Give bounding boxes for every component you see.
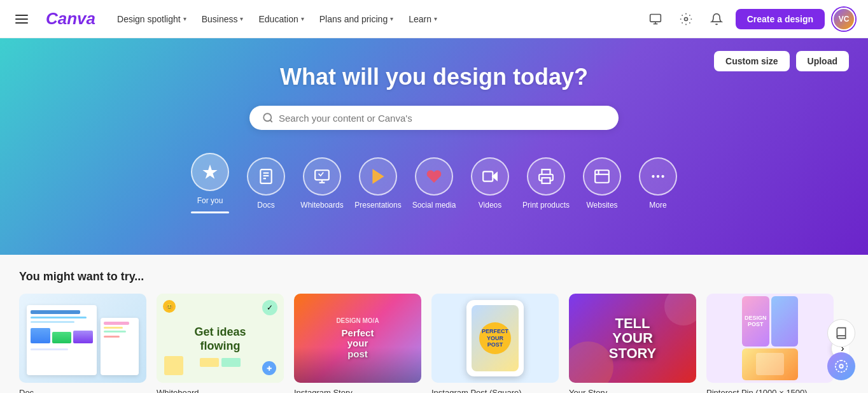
card-ig-story-thumb: DESIGN MO/A Perfectyourpost xyxy=(294,294,421,383)
hamburger-menu[interactable] xyxy=(13,12,31,26)
custom-size-button[interactable]: Custom size xyxy=(714,51,789,71)
docs-icon xyxy=(247,157,285,196)
hero-section: Custom size Upload What will you design … xyxy=(0,38,868,255)
suggestions-section: You might want to try... xyxy=(0,255,868,393)
avatar[interactable]: VC xyxy=(832,8,855,31)
search-input[interactable] xyxy=(279,113,606,124)
svg-rect-17 xyxy=(542,178,550,183)
category-print-products[interactable]: Print products xyxy=(521,157,571,210)
navbar-right: Create a design VC xyxy=(644,8,855,31)
svg-point-4 xyxy=(263,113,271,121)
svg-point-24 xyxy=(839,364,843,368)
whiteboards-label: Whiteboards xyxy=(300,201,343,210)
category-social-media[interactable]: Social media xyxy=(409,157,459,210)
card-instagram-post[interactable]: PERFECTYOUR POST Instagram Post (Square) xyxy=(431,294,559,393)
card-pinterest-label: Pinterest Pin (1000 × 1500) xyxy=(706,388,834,393)
card-doc-label: Doc xyxy=(19,388,146,393)
more-icon xyxy=(639,157,677,196)
cards-row: Doc 😊 ✓ Get ideasflowing ✚ xyxy=(19,294,849,393)
category-for-you[interactable]: For you xyxy=(185,153,235,213)
card-whiteboard-label: Whiteboard xyxy=(157,388,284,393)
card-whiteboard[interactable]: 😊 ✓ Get ideasflowing ✚ Whiteboard xyxy=(157,294,284,393)
card-doc[interactable]: Doc xyxy=(19,294,146,393)
svg-rect-0 xyxy=(650,14,661,22)
for-you-label: For you xyxy=(197,196,223,205)
card-pinterest-thumb: DESIGNPOST xyxy=(706,294,834,383)
settings-icon-button[interactable] xyxy=(675,8,697,31)
svg-marker-14 xyxy=(373,170,382,183)
social-media-label: Social media xyxy=(412,201,456,210)
chevron-down-icon: ▾ xyxy=(240,15,243,22)
search-icon xyxy=(262,112,274,124)
chevron-down-icon: ▾ xyxy=(390,15,393,22)
navbar-left: Canva Design spotlight ▾ Business ▾ Educ… xyxy=(13,9,444,29)
hero-title: What will you design today? xyxy=(280,64,588,90)
chevron-down-icon: ▾ xyxy=(183,15,186,22)
websites-icon xyxy=(583,157,621,196)
card-your-story[interactable]: TELLYOURSTORY Your Story xyxy=(569,294,696,393)
card-pinterest-pin[interactable]: DESIGNPOST Pinterest Pin (1000 × 1500) xyxy=(706,294,834,393)
hero-actions: Custom size Upload xyxy=(714,51,849,71)
docs-label: Docs xyxy=(257,201,274,210)
svg-point-22 xyxy=(657,175,659,177)
nav-education[interactable]: Education ▾ xyxy=(252,10,310,28)
svg-point-21 xyxy=(652,175,654,177)
nav-learn[interactable]: Learn ▾ xyxy=(402,10,444,28)
category-row: For you Docs Whiteboards xyxy=(185,153,683,224)
navbar: Canva Design spotlight ▾ Business ▾ Educ… xyxy=(0,0,868,38)
chevron-down-icon: ▾ xyxy=(434,15,437,22)
social-media-icon xyxy=(415,157,453,196)
category-more[interactable]: More xyxy=(633,157,683,210)
search-bar xyxy=(249,106,619,130)
svg-rect-18 xyxy=(595,170,609,183)
ai-icon-button[interactable] xyxy=(827,352,855,380)
card-your-story-label: Your Story xyxy=(569,388,696,393)
presentations-icon xyxy=(359,157,397,196)
presentations-label: Presentations xyxy=(354,201,401,210)
card-your-story-thumb: TELLYOURSTORY xyxy=(569,294,696,383)
chevron-down-icon: ▾ xyxy=(301,15,304,22)
card-ig-post-label: Instagram Post (Square) xyxy=(431,388,559,393)
notifications-icon-button[interactable] xyxy=(705,8,728,31)
category-docs[interactable]: Docs xyxy=(241,157,291,210)
whiteboards-icon xyxy=(303,157,341,196)
avatar-initials: VC xyxy=(839,15,850,24)
websites-label: Websites xyxy=(586,201,617,210)
card-instagram-story[interactable]: DESIGN MO/A Perfectyourpost Instagram St… xyxy=(294,294,421,393)
monitor-icon-button[interactable] xyxy=(644,8,667,31)
nav-business[interactable]: Business ▾ xyxy=(195,10,250,28)
card-doc-thumb xyxy=(19,294,146,383)
svg-point-3 xyxy=(684,17,687,20)
videos-label: Videos xyxy=(479,201,501,210)
card-ig-post-thumb: PERFECTYOUR POST xyxy=(431,294,559,383)
book-icon-button[interactable] xyxy=(827,319,855,347)
svg-rect-11 xyxy=(315,170,329,180)
svg-line-5 xyxy=(270,120,272,122)
logo[interactable]: Canva xyxy=(46,9,95,29)
logo-text: Canva xyxy=(46,9,95,29)
print-products-icon xyxy=(527,157,565,196)
videos-icon xyxy=(471,157,509,196)
category-videos[interactable]: Videos xyxy=(465,157,515,210)
for-you-icon xyxy=(191,153,229,191)
category-websites[interactable]: Websites xyxy=(577,157,627,210)
bottom-right-buttons xyxy=(827,319,855,380)
suggestions-title: You might want to try... xyxy=(19,270,849,283)
category-whiteboards[interactable]: Whiteboards xyxy=(297,157,347,210)
svg-point-6 xyxy=(208,170,213,175)
nav-links: Design spotlight ▾ Business ▾ Education … xyxy=(111,10,444,28)
upload-button[interactable]: Upload xyxy=(796,51,849,71)
card-whiteboard-thumb: 😊 ✓ Get ideasflowing ✚ xyxy=(157,294,284,383)
svg-point-23 xyxy=(661,175,664,177)
nav-design-spotlight[interactable]: Design spotlight ▾ xyxy=(111,10,193,28)
category-presentations[interactable]: Presentations xyxy=(353,157,403,210)
nav-plans-pricing[interactable]: Plans and pricing ▾ xyxy=(313,10,400,28)
more-label: More xyxy=(649,201,666,210)
create-design-button[interactable]: Create a design xyxy=(736,9,825,29)
card-ig-story-label: Instagram Story xyxy=(294,388,421,393)
svg-rect-15 xyxy=(483,171,493,181)
print-products-label: Print products xyxy=(522,201,570,210)
